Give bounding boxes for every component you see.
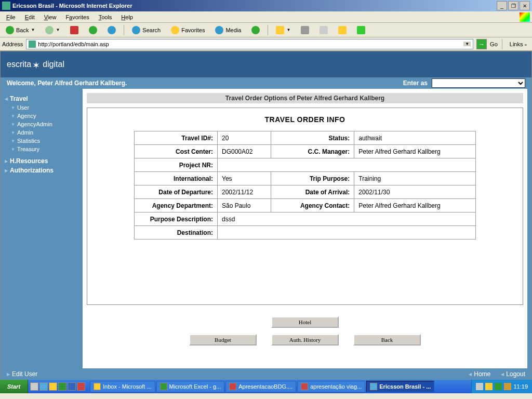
tray-icon[interactable]: [495, 383, 502, 390]
back-label: Back: [16, 27, 29, 33]
triangle-icon: ◀: [5, 97, 8, 101]
task-item[interactable]: Microsoft Excel - g...: [156, 381, 225, 392]
label-agency-contact: Agency Contact:: [271, 199, 354, 212]
task-item[interactable]: apresentação viag...: [297, 381, 365, 392]
refresh-button[interactable]: [85, 24, 101, 36]
task-item[interactable]: ApresentacaoBDG....: [225, 381, 296, 392]
triangle-icon: ▼: [11, 139, 15, 143]
logo-text-b: digital: [43, 60, 64, 69]
footer-home[interactable]: ◀Home: [469, 370, 490, 378]
sidebar-item-user[interactable]: ▼User: [5, 103, 78, 112]
sidebar-item-statistics[interactable]: ▼Statistics: [5, 137, 78, 145]
enter-as-select[interactable]: [432, 78, 525, 88]
menu-file[interactable]: File: [2, 13, 20, 21]
excel-quick-icon[interactable]: [58, 382, 66, 391]
value-trip-purpose: Training: [354, 172, 476, 185]
forward-icon: [45, 26, 54, 34]
back-button[interactable]: Back ▼: [2, 24, 38, 36]
sidebar-label: Authorizations: [10, 167, 54, 174]
outlook-quick-icon[interactable]: [49, 382, 57, 391]
task-item-active[interactable]: Ericsson Brasil - ...: [366, 381, 434, 392]
tray-icon[interactable]: [476, 383, 483, 390]
sidebar-label: Treasury: [17, 146, 39, 152]
label-cost-center: Cost Center:: [135, 145, 218, 158]
triangle-icon: ▼: [11, 130, 15, 135]
enter-as-group: Enter as: [403, 78, 525, 88]
label-agency-dept: Agency Department:: [135, 199, 218, 212]
menu-help[interactable]: Help: [117, 13, 137, 21]
go-button[interactable]: →: [476, 39, 487, 49]
sidebar-item-hresources[interactable]: ▶H.Resources: [5, 156, 78, 166]
tray-icon[interactable]: [485, 383, 493, 390]
app-header: escrita digital: [1, 51, 531, 77]
start-label: Start: [7, 383, 20, 390]
auth-history-button[interactable]: Auth. History: [271, 334, 339, 345]
sidebar-label: Admin: [17, 129, 33, 136]
value-date-arrival: 2002/11/30: [354, 185, 476, 199]
links-button[interactable]: Links »: [507, 40, 530, 48]
task-label: Ericsson Brasil - ...: [379, 383, 431, 390]
minimize-button[interactable]: _: [497, 1, 507, 10]
hotel-button[interactable]: Hotel: [271, 316, 339, 328]
favorites-button[interactable]: Favorites: [167, 24, 208, 36]
task-label: Inbox - Microsoft ...: [103, 383, 152, 390]
forward-button[interactable]: ▼: [42, 24, 63, 36]
page-title: Travel Order Options of Peter Alfred Ger…: [87, 93, 523, 103]
history-button[interactable]: [248, 24, 263, 36]
budget-button[interactable]: Budget: [189, 334, 257, 345]
label-cc-manager: C.C. Manager:: [271, 145, 354, 158]
show-desktop-icon[interactable]: [30, 382, 38, 391]
triangle-icon: ▼: [11, 122, 15, 127]
footer-label: Home: [474, 370, 490, 378]
value-date-departure: 2002/11/12: [218, 185, 271, 199]
back-button-app[interactable]: Back: [353, 334, 421, 345]
value-purpose-desc: dssd: [218, 212, 476, 226]
address-input[interactable]: [38, 40, 461, 48]
separator: [268, 25, 268, 35]
footer-logout[interactable]: ◀Logout: [501, 370, 525, 378]
menu-view[interactable]: View: [40, 13, 61, 21]
tray-icon[interactable]: [504, 383, 511, 390]
menu-tools[interactable]: Tools: [95, 13, 116, 21]
discuss-button[interactable]: [335, 24, 350, 36]
label-project-nr: Project NR:: [135, 158, 218, 172]
task-item[interactable]: Inbox - Microsoft ...: [90, 381, 155, 392]
sidebar-item-travel[interactable]: ◀Travel: [5, 94, 78, 103]
stop-button[interactable]: [66, 24, 82, 36]
messenger-button[interactable]: [353, 24, 369, 36]
sidebar-label: Travel: [10, 95, 28, 102]
value-agency-dept: São Paulo: [218, 199, 271, 212]
task-label: ApresentacaoBDG....: [238, 383, 292, 390]
print-button[interactable]: [297, 24, 313, 36]
start-button[interactable]: Start: [0, 380, 28, 393]
ie-quick-icon[interactable]: [39, 382, 48, 391]
media-button[interactable]: Media: [211, 24, 245, 36]
menu-favorites[interactable]: Favorites: [61, 13, 93, 21]
page-icon: [29, 41, 36, 48]
mail-button[interactable]: ▼: [272, 24, 294, 36]
edit-page-button[interactable]: [316, 24, 331, 36]
browser-viewport: escrita digital Welcome, Peter Alfred Ge…: [0, 51, 532, 380]
ppt-quick-icon[interactable]: [77, 382, 85, 391]
address-input-wrapper: ▼: [26, 39, 473, 49]
menu-edit[interactable]: Edit: [21, 13, 39, 21]
word-quick-icon[interactable]: [68, 382, 76, 391]
sidebar-item-agency[interactable]: ▼Agency: [5, 112, 78, 120]
welcome-bar: Welcome, Peter Alfred Gerhard Kallberg. …: [1, 77, 531, 89]
address-dropdown[interactable]: ▼: [463, 42, 471, 46]
footer-edit-user[interactable]: ▶Edit User: [7, 370, 37, 378]
search-button[interactable]: Search: [128, 24, 164, 36]
sidebar-item-treasury[interactable]: ▼Treasury: [5, 145, 78, 153]
close-button[interactable]: ✕: [520, 1, 530, 10]
value-cc-manager: Peter Alfred Gerhard Kallberg: [354, 145, 476, 158]
ppt-icon: [229, 383, 236, 390]
ie-icon: [370, 383, 377, 390]
sidebar-item-authorizations[interactable]: ▶Authorizations: [5, 166, 78, 175]
sidebar-item-admin[interactable]: ▼Admin: [5, 128, 78, 137]
label-date-arrival: Date of Arrival:: [271, 185, 354, 199]
restore-button[interactable]: ❐: [508, 1, 518, 10]
home-button[interactable]: [104, 24, 119, 36]
sidebar-item-agencyadmin[interactable]: ▼AgencyAdmin: [5, 120, 78, 128]
sidebar-label: Agency: [17, 113, 36, 119]
value-travel-id: 20: [218, 131, 271, 145]
